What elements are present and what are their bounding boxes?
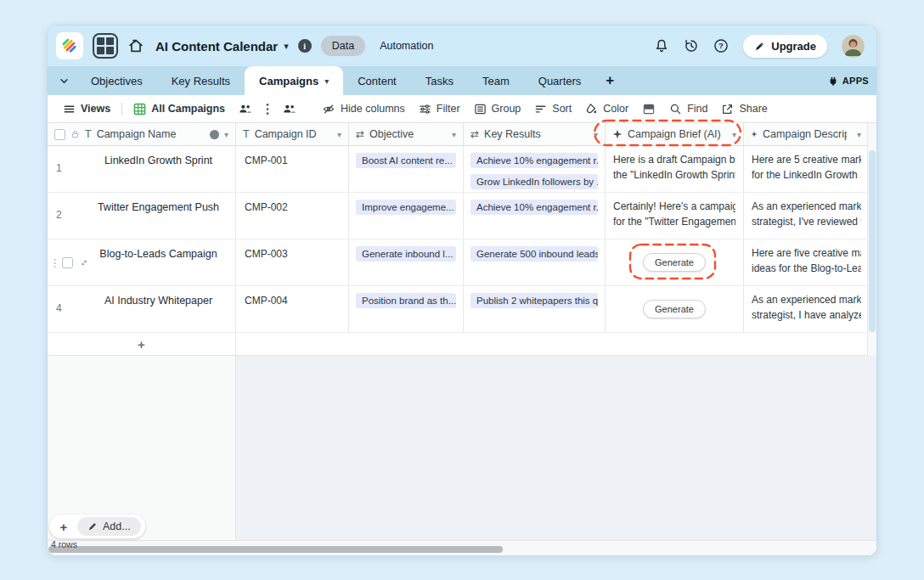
current-view-button[interactable]: All Campaigns [127, 103, 232, 115]
column-header-3[interactable]: ⇄Objective▾ [349, 123, 464, 145]
vertical-scrollbar[interactable] [867, 123, 876, 356]
select-all-checkbox[interactable] [54, 129, 65, 140]
tab-tasks[interactable]: Tasks [411, 66, 468, 95]
share-view-users-icon[interactable] [276, 103, 303, 115]
upgrade-button[interactable]: Upgrade [743, 35, 827, 58]
tab-content[interactable]: Content [343, 66, 411, 95]
vertical-scrollbar-thumb[interactable] [869, 150, 876, 332]
view-options-menu-icon[interactable] [259, 103, 276, 115]
chevron-down-icon[interactable]: ▾ [594, 130, 598, 139]
campaign-id-value: CMP-004 [236, 286, 348, 307]
filter-button[interactable]: Filter [412, 103, 467, 115]
column-header-4[interactable]: ⇄Key Results▾ [464, 123, 606, 145]
cell-campaign-description-ai[interactable]: Here are five creative marketingideas fo… [744, 239, 869, 285]
cell-campaign-id[interactable]: CMP-002 [236, 193, 349, 239]
cell-campaign-id[interactable]: CMP-003 [236, 239, 349, 285]
group-icon [474, 103, 487, 115]
drag-handle-icon[interactable]: ⋮ [49, 256, 59, 269]
objective-tag: Improve engageme... [356, 200, 456, 215]
cell-campaign-description-ai[interactable]: As an experienced marketingstrategist, I… [744, 193, 869, 239]
horizontal-scrollbar-thumb[interactable] [48, 546, 503, 553]
cell-key-results[interactable]: Achieve 10% engagement r...Grow LinkedIn… [464, 146, 606, 192]
cell-campaign-brief-ai[interactable]: Generate [606, 239, 744, 285]
objective-tag: Boost AI content re... [356, 153, 456, 168]
add-row-plus-icon[interactable]: + [48, 333, 236, 355]
tab-automation[interactable]: Automation [380, 40, 433, 52]
hide-columns-button[interactable]: Hide columns [315, 103, 412, 115]
cell-campaign-name[interactable]: ⋮Blog-to-Leads Campaign [48, 239, 236, 285]
bell-icon[interactable] [654, 38, 669, 53]
tab-key-results[interactable]: Key Results [157, 66, 245, 95]
base-title[interactable]: AI Content Calendar [155, 39, 278, 53]
column-header-6[interactable]: Campaign Description (AI)▾ [744, 123, 869, 145]
cell-objective[interactable]: Generate inbound l... [349, 239, 464, 285]
cell-campaign-id[interactable]: CMP-004 [236, 286, 349, 332]
chevron-down-icon[interactable]: ▾ [857, 130, 861, 139]
add-record-plus-button[interactable]: + [53, 520, 75, 534]
chevron-down-icon[interactable]: ▾ [324, 76, 329, 86]
info-icon[interactable]: i [298, 39, 312, 53]
column-header-5[interactable]: Campaign Brief (AI)▾ [606, 123, 744, 145]
stackby-logo[interactable] [56, 32, 83, 59]
view-collaborators-icon[interactable] [232, 103, 259, 115]
group-button[interactable]: Group [467, 103, 528, 115]
help-icon[interactable]: ? [713, 38, 729, 53]
cell-campaign-name[interactable]: 2Twitter Engagement Push [48, 193, 236, 239]
ai-sparkle-icon [612, 129, 623, 139]
apps-panel-toggle[interactable]: APPS [820, 66, 876, 95]
color-button[interactable]: Color [578, 103, 635, 115]
cell-key-results[interactable]: Generate 500 inbound leads... [464, 239, 606, 285]
cell-campaign-description-ai[interactable]: As an experienced marketingstrategist, I… [744, 286, 869, 332]
cell-campaign-brief-ai[interactable]: Generate [606, 286, 744, 332]
chevron-down-icon[interactable]: ▾ [337, 130, 341, 139]
share-button[interactable]: Share [714, 103, 774, 115]
add-record-button[interactable]: Add... [77, 517, 141, 536]
tab-objectives[interactable]: Objectives [76, 66, 157, 95]
views-button[interactable]: Views [56, 103, 117, 115]
cell-objective[interactable]: Position brand as th... [349, 286, 464, 332]
home-icon[interactable] [127, 37, 144, 54]
tab-add-button[interactable]: + [595, 66, 624, 95]
row-gutter: 2 [48, 193, 87, 239]
tab-label: Key Results [172, 75, 230, 87]
tab-campaigns[interactable]: Campaigns▾ [245, 66, 343, 95]
tab-quarters[interactable]: Quarters [524, 66, 596, 95]
cell-objective[interactable]: Improve engageme... [349, 193, 464, 239]
cell-campaign-name[interactable]: 1LinkedIn Growth Sprint [48, 146, 236, 192]
cell-campaign-id[interactable]: CMP-001 [236, 146, 349, 192]
tab-data[interactable]: Data [321, 36, 365, 56]
svg-text:?: ? [718, 41, 724, 50]
avatar[interactable] [842, 35, 865, 58]
cell-key-results[interactable]: Achieve 10% engagement r... [464, 193, 606, 239]
cell-campaign-brief-ai[interactable]: Here is a draft Campaign brief forthe "L… [606, 146, 744, 192]
cell-campaign-brief-ai[interactable]: Certainly! Here's a campaign brieffor th… [606, 193, 744, 239]
add-row[interactable]: + [48, 333, 876, 356]
title-chevron-down-icon[interactable]: ▾ [284, 41, 289, 52]
field-info-icon[interactable] [210, 130, 219, 139]
history-icon[interactable] [684, 38, 699, 53]
sort-button[interactable]: Sort [527, 103, 578, 115]
tab-team[interactable]: Team [468, 66, 524, 95]
find-button[interactable]: Find [662, 103, 714, 115]
sort-icon [534, 103, 547, 115]
cell-key-results[interactable]: Publish 2 whitepapers this q... [464, 286, 606, 332]
chevron-down-icon[interactable]: ▾ [452, 130, 456, 139]
column-header-2[interactable]: TCampaign ID▾ [236, 123, 349, 145]
row-checkbox[interactable] [62, 257, 73, 268]
grid-area: TCampaign Name▾TCampaign ID▾⇄Objective▾⇄… [48, 123, 876, 555]
collapse-tabs-chevron-icon[interactable] [51, 66, 76, 95]
cell-campaign-name[interactable]: 4AI Industry Whitepaper [48, 286, 236, 332]
row-height-button[interactable] [635, 103, 662, 115]
tab-label: Content [358, 75, 397, 87]
row-number: 4 [56, 302, 62, 314]
cell-objective[interactable]: Boost AI content re... [349, 146, 464, 192]
generate-button[interactable]: Generate [643, 300, 706, 318]
cell-campaign-description-ai[interactable]: Here are 5 creative marketingfor the Lin… [744, 146, 869, 192]
generate-button[interactable]: Generate [643, 253, 706, 272]
row-number: 2 [56, 209, 62, 221]
app-switcher-grid-icon[interactable] [93, 33, 118, 59]
chevron-down-icon[interactable]: ▾ [732, 130, 736, 139]
column-header-1[interactable]: TCampaign Name▾ [48, 123, 236, 145]
chevron-down-icon[interactable]: ▾ [224, 130, 228, 139]
table-row: 1LinkedIn Growth SprintCMP-001Boost AI c… [48, 146, 876, 193]
